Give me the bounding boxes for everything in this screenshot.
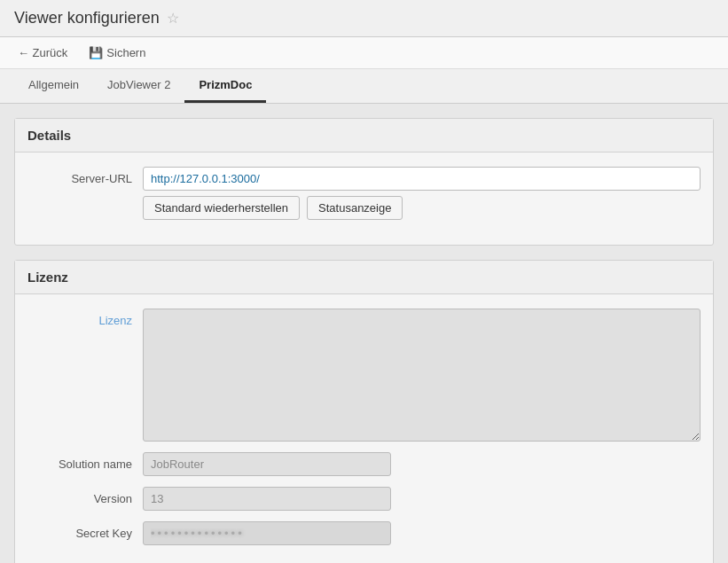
- header: Viewer konfigurieren ☆: [0, 0, 728, 37]
- solution-name-controls: [143, 452, 701, 476]
- details-section-body: Server-URL Standard wiederherstellen Sta…: [15, 152, 713, 245]
- save-icon: 💾: [89, 46, 103, 59]
- secret-key-label: Secret Key: [27, 521, 143, 540]
- lizenz-section: Lizenz Lizenz Solution name Version: [14, 260, 714, 563]
- tab-jobviewer2[interactable]: JobViewer 2: [93, 69, 184, 103]
- version-row: Version: [27, 487, 701, 511]
- details-section: Details Server-URL Standard wiederherste…: [14, 118, 714, 246]
- version-controls: [143, 487, 701, 511]
- tab-bar: Allgemein JobViewer 2 PrizmDoc: [0, 69, 728, 104]
- page-title: Viewer konfigurieren: [14, 9, 160, 27]
- main-content: Details Server-URL Standard wiederherste…: [0, 104, 728, 563]
- server-url-input[interactable]: [143, 167, 701, 191]
- tab-allgemein[interactable]: Allgemein: [14, 69, 93, 103]
- lizenz-section-body: Lizenz Solution name Version: [15, 294, 713, 563]
- lizenz-controls: [143, 309, 701, 442]
- details-section-title: Details: [15, 119, 713, 152]
- details-buttons: Standard wiederherstellen Statusanzeige: [143, 196, 701, 220]
- solution-name-input: [143, 452, 391, 476]
- lizenz-section-title: Lizenz: [15, 261, 713, 294]
- secret-key-input: [143, 521, 391, 545]
- server-url-row: Server-URL Standard wiederherstellen Sta…: [27, 167, 701, 220]
- lizenz-textarea[interactable]: [143, 309, 701, 442]
- restore-default-button[interactable]: Standard wiederherstellen: [143, 196, 300, 220]
- save-button[interactable]: 💾 Sichern: [85, 44, 149, 61]
- server-url-controls: Standard wiederherstellen Statusanzeige: [143, 167, 701, 220]
- status-display-button[interactable]: Statusanzeige: [307, 196, 403, 220]
- toolbar: ← Zurück 💾 Sichern: [0, 37, 728, 69]
- solution-name-label: Solution name: [27, 452, 143, 471]
- favorite-icon[interactable]: ☆: [167, 10, 179, 27]
- server-url-label: Server-URL: [27, 167, 143, 185]
- secret-key-row: Secret Key: [27, 521, 701, 545]
- version-input: [143, 487, 391, 511]
- back-button[interactable]: ← Zurück: [14, 44, 71, 61]
- secret-key-controls: [143, 521, 701, 545]
- solution-name-row: Solution name: [27, 452, 701, 476]
- version-label: Version: [27, 487, 143, 505]
- lizenz-label: Lizenz: [27, 309, 143, 327]
- lizenz-row: Lizenz: [27, 309, 701, 442]
- tab-prizmdoc[interactable]: PrizmDoc: [184, 69, 266, 103]
